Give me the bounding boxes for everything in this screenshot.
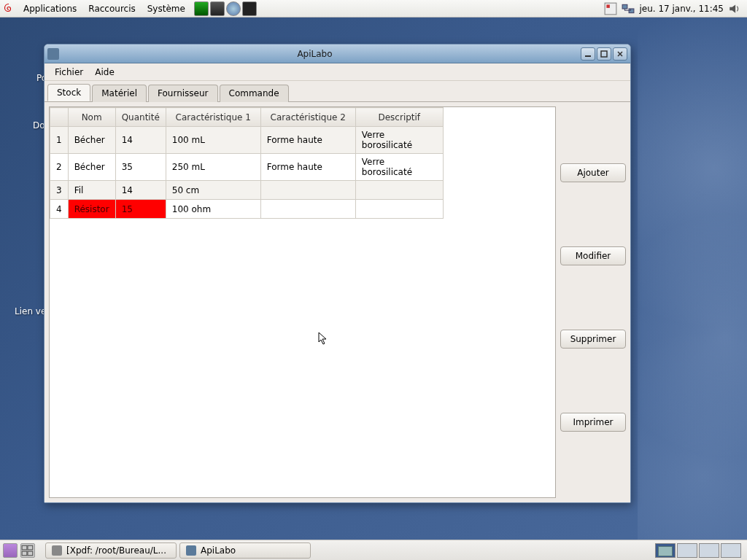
tab-material[interactable]: Matériel	[92, 85, 147, 102]
table-cell[interactable]	[260, 200, 355, 219]
svg-rect-8	[28, 551, 33, 556]
tray-applet-icon[interactable]	[604, 2, 617, 15]
col-desc[interactable]: Descriptif	[355, 108, 443, 127]
tab-stock[interactable]: Stock	[47, 84, 90, 101]
table-cell[interactable]: 1	[50, 127, 69, 154]
panel-clock[interactable]: jeu. 17 janv., 11:45	[639, 4, 724, 14]
table-cell[interactable]: Fil	[68, 181, 115, 200]
table-cell[interactable]: Verre borosilicaté	[355, 154, 443, 181]
network-icon[interactable]	[622, 2, 635, 15]
delete-button[interactable]: Supprimer	[560, 330, 626, 349]
window-minimize-button[interactable]	[581, 47, 595, 61]
col-rownum[interactable]	[50, 108, 69, 127]
show-desktop-icon[interactable]	[3, 543, 18, 558]
workspace-4[interactable]	[721, 543, 741, 558]
table-cell[interactable]: 4	[50, 200, 69, 219]
table-cell[interactable]	[355, 200, 443, 219]
tab-content: Nom Quantité Caractéristique 1 Caractéri…	[44, 102, 630, 502]
window-titlebar[interactable]: ApiLabo	[44, 44, 630, 63]
modify-button[interactable]: Modifier	[560, 246, 626, 265]
workspace-pager[interactable]	[655, 543, 744, 558]
svg-rect-4	[601, 51, 607, 57]
panel-menu-shortcuts[interactable]: Raccourcis	[82, 4, 141, 14]
window-close-button[interactable]	[613, 47, 627, 61]
table-row[interactable]: 4Résistor15100 ohm	[50, 200, 444, 219]
calculator-icon[interactable]	[210, 1, 225, 16]
table-cell[interactable]	[355, 181, 443, 200]
tab-bar: Stock Matériel Fournisseur Commande	[44, 81, 630, 102]
workspace-1[interactable]	[655, 543, 676, 558]
gnome-top-panel: Applications Raccourcis Système jeu. 17 …	[0, 0, 747, 18]
close-icon	[616, 50, 624, 58]
terminal-icon[interactable]	[242, 1, 257, 16]
maximize-icon	[600, 50, 608, 58]
svg-rect-5	[22, 545, 27, 550]
table-cell[interactable]	[260, 181, 355, 200]
apilabo-icon	[186, 545, 196, 556]
table-cell[interactable]: 14	[115, 181, 166, 200]
apilabo-window: ApiLabo Fichier Aide Stock Matériel Four…	[44, 44, 631, 503]
xpdf-icon	[52, 545, 62, 556]
table-cell[interactable]: Résistor	[68, 200, 115, 219]
table-cell[interactable]: 15	[115, 200, 166, 219]
table-cell[interactable]: Forme haute	[260, 154, 355, 181]
workspace-2[interactable]	[677, 543, 697, 558]
col-char1[interactable]: Caractéristique 1	[166, 108, 260, 127]
print-button[interactable]: Imprimer	[560, 413, 626, 432]
table-cell[interactable]: 50 cm	[166, 181, 260, 200]
table-row[interactable]: 2Bécher35250 mLForme hauteVerre borosili…	[50, 154, 444, 181]
stock-table-wrap: Nom Quantité Caractéristique 1 Caractéri…	[49, 106, 556, 498]
taskbar-item-label: [Xpdf: /root/Bureau/L...	[66, 545, 166, 556]
add-button[interactable]: Ajouter	[560, 163, 626, 182]
window-list-icon[interactable]	[20, 543, 35, 558]
table-cell[interactable]: Verre borosilicaté	[355, 127, 443, 154]
app-menubar: Fichier Aide	[44, 63, 630, 81]
svg-rect-1	[623, 4, 628, 9]
table-cell[interactable]: 100 ohm	[166, 200, 260, 219]
panel-menu-system[interactable]: Système	[142, 4, 191, 14]
panel-menu-applications[interactable]: Applications	[18, 4, 82, 14]
table-cell[interactable]: 3	[50, 181, 69, 200]
menu-file[interactable]: Fichier	[49, 66, 89, 79]
desktop-icon-link[interactable]: Lien ve	[15, 306, 46, 316]
table-cell[interactable]: 2	[50, 154, 69, 181]
gnome-bottom-panel: [Xpdf: /root/Bureau/L... ApiLabo	[0, 540, 747, 560]
taskbar-item-apilabo[interactable]: ApiLabo	[179, 542, 311, 559]
window-maximize-button[interactable]	[597, 47, 611, 61]
desktop-wallpaper-bubbles	[638, 0, 747, 560]
menu-help[interactable]: Aide	[89, 66, 120, 79]
window-title: ApiLabo	[63, 49, 581, 59]
stock-table[interactable]: Nom Quantité Caractéristique 1 Caractéri…	[50, 107, 444, 219]
col-char2[interactable]: Caractéristique 2	[260, 108, 355, 127]
table-cell[interactable]: Forme haute	[260, 127, 355, 154]
svg-rect-3	[585, 55, 591, 57]
table-row[interactable]: 3Fil1450 cm	[50, 181, 444, 200]
workspace-3[interactable]	[699, 543, 719, 558]
table-cell[interactable]: 35	[115, 154, 166, 181]
web-browser-icon[interactable]	[226, 1, 241, 16]
system-monitor-icon[interactable]	[194, 1, 209, 16]
minimize-icon	[584, 50, 592, 58]
svg-rect-7	[22, 551, 27, 556]
side-buttons: Ajouter Modifier Supprimer Imprimer	[560, 106, 626, 498]
col-qty[interactable]: Quantité	[115, 108, 166, 127]
svg-rect-6	[28, 545, 33, 550]
table-cell[interactable]: 250 mL	[166, 154, 260, 181]
table-row[interactable]: 1Bécher14100 mLForme hauteVerre borosili…	[50, 127, 444, 154]
debian-logo-icon[interactable]	[3, 3, 15, 15]
table-cell[interactable]: 100 mL	[166, 127, 260, 154]
taskbar-item-label: ApiLabo	[201, 545, 236, 556]
tab-supplier[interactable]: Fournisseur	[148, 85, 218, 102]
window-app-icon	[47, 48, 59, 60]
col-name[interactable]: Nom	[68, 108, 115, 127]
table-cell[interactable]: Bécher	[68, 154, 115, 181]
taskbar-item-xpdf[interactable]: [Xpdf: /root/Bureau/L...	[45, 542, 177, 559]
tab-order[interactable]: Commande	[220, 85, 289, 102]
volume-icon[interactable]	[728, 2, 741, 15]
table-cell[interactable]: Bécher	[68, 127, 115, 154]
table-cell[interactable]: 14	[115, 127, 166, 154]
